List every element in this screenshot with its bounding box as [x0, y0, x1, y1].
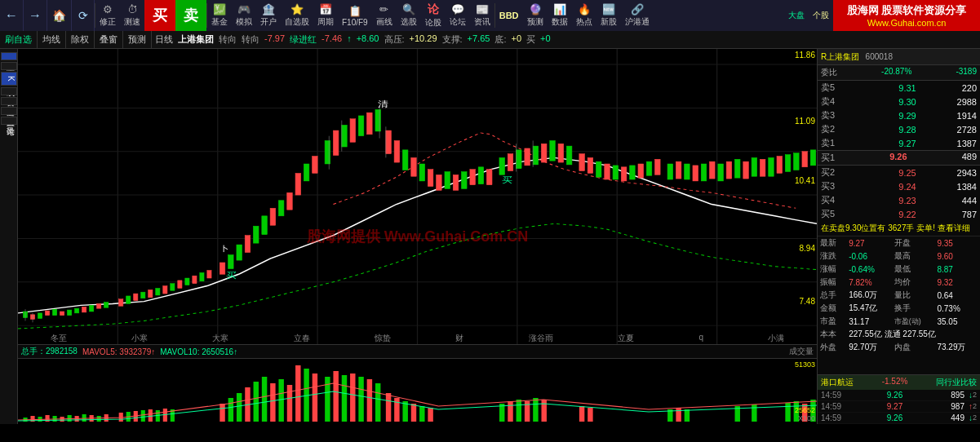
- bbd-button[interactable]: BBD: [495, 0, 523, 31]
- svg-rect-32: [163, 286, 167, 294]
- chart-area[interactable]: 股海网提供 Www.Guhai.Com.CN 11.86 11.09 10.41…: [18, 49, 817, 424]
- svg-rect-74: [525, 148, 530, 166]
- svg-rect-71: [499, 157, 504, 175]
- svg-rect-89: [655, 159, 660, 175]
- fund-button[interactable]: 💹基金: [207, 0, 232, 31]
- discuss-button[interactable]: 论论股: [421, 0, 446, 31]
- sell-button[interactable]: 卖: [175, 0, 206, 31]
- svg-rect-88: [646, 161, 651, 175]
- svg-rect-177: [752, 404, 756, 422]
- stat-row-2: 涨跌 -0.06 最高 9.60: [818, 250, 980, 263]
- svg-rect-25: [104, 303, 109, 308]
- svg-rect-167: [517, 400, 521, 422]
- market-button[interactable]: 大盘: [784, 0, 809, 31]
- info-val2: -7.46: [321, 33, 342, 46]
- bid-row-2: 买3 9.24 1384: [818, 179, 980, 193]
- svg-rect-24: [97, 303, 101, 308]
- back-button[interactable]: ←: [0, 0, 24, 31]
- svg-rect-22: [82, 307, 86, 312]
- svg-rect-70: [487, 170, 492, 185]
- sidebar-item-kline[interactable]: K线图: [1, 72, 17, 86]
- svg-rect-43: [254, 226, 259, 243]
- info-val3: +8.60: [357, 33, 379, 46]
- sidebar-item-timeshare[interactable]: 分时图: [1, 62, 17, 70]
- tab-predict2[interactable]: 预测: [123, 31, 152, 48]
- info-buy-val: +0: [540, 33, 551, 46]
- sidebar-item-funds[interactable]: 资金主力: [1, 107, 17, 115]
- svg-rect-98: [735, 159, 740, 178]
- info-bottom: 底:: [494, 33, 506, 46]
- svg-rect-154: [342, 375, 347, 422]
- svg-rect-106: [802, 152, 807, 167]
- f10-button[interactable]: 📋F10/F9: [338, 0, 372, 31]
- bid-row-1: 买2 9.25 2943: [818, 166, 980, 179]
- simulate-button[interactable]: 🎮模拟: [232, 0, 256, 31]
- trade-row-1: 14:59 9.26 895 ↓ 2: [818, 390, 980, 401]
- bid-row-4: 买5 9.22 787: [818, 207, 980, 221]
- info-period: 日线: [155, 33, 173, 46]
- hk-connect-button[interactable]: 🔗沪港通: [621, 0, 654, 31]
- svg-rect-28: [134, 294, 138, 301]
- svg-rect-149: [295, 365, 300, 422]
- sidebar-item-watchlist[interactable]: 自选股: [1, 97, 17, 105]
- hotspot-button[interactable]: 🔥热点: [572, 0, 596, 31]
- sidebar-item-discuss[interactable]: 牛叉讨论: [1, 117, 17, 125]
- tab-overlay[interactable]: 叠窗: [95, 31, 123, 48]
- tab-infobar[interactable]: 刷自选: [0, 31, 38, 48]
- svg-rect-142: [237, 393, 242, 422]
- svg-rect-169: [533, 398, 538, 422]
- stat-row-8: 本本 227.55亿 流通 227.55亿: [818, 328, 980, 341]
- svg-rect-86: [630, 166, 635, 179]
- period-button[interactable]: 📅周期: [313, 0, 338, 31]
- stock-stars: R上港集团: [821, 52, 859, 61]
- volume-area: 51303 25652 X100: [18, 359, 817, 424]
- home-button[interactable]: 🏠: [47, 0, 72, 31]
- tab-exright[interactable]: 除权: [66, 31, 95, 48]
- svg-rect-99: [743, 161, 748, 179]
- mavol10: MAVOL10: 2650516↑: [160, 347, 237, 356]
- buy-button[interactable]: 买: [144, 0, 175, 31]
- predict-button[interactable]: 🔮预测: [523, 0, 548, 31]
- svg-rect-160: [394, 398, 399, 422]
- news-button[interactable]: 📰资讯: [470, 0, 494, 31]
- individual-button[interactable]: 个股: [809, 0, 833, 31]
- tab-average[interactable]: 均线: [38, 31, 66, 48]
- fix-button[interactable]: ⚙ 修正: [95, 0, 120, 31]
- svg-rect-55: [358, 116, 363, 136]
- svg-rect-171: [579, 406, 584, 422]
- stock-header: R上港集团 600018: [818, 49, 980, 65]
- svg-rect-56: [367, 113, 372, 135]
- ask-table: 卖5 9.31 220 卖4 9.30 2988 卖3 9.29 1914 卖2…: [818, 81, 980, 150]
- svg-rect-153: [333, 371, 338, 422]
- stat-row-6: 金额 15.47亿 换手 0.73%: [818, 302, 980, 315]
- account-button[interactable]: 🏦开户: [256, 0, 281, 31]
- svg-rect-136: [149, 409, 153, 422]
- sidebar-item-stockinfo[interactable]: 个股资料: [1, 87, 17, 95]
- speed-button[interactable]: ⏱ 测速: [120, 0, 144, 31]
- svg-rect-18: [53, 309, 57, 316]
- refresh-button[interactable]: ⟳: [72, 0, 95, 31]
- svg-rect-128: [82, 414, 86, 422]
- svg-rect-104: [785, 155, 790, 172]
- forum-button[interactable]: 💬论坛: [446, 0, 470, 31]
- svg-rect-146: [270, 383, 275, 422]
- mavol5: MAVOL5: 3932379↑: [82, 347, 155, 356]
- sidebar-item-app[interactable]: 应用: [1, 52, 17, 60]
- svg-rect-82: [596, 161, 601, 177]
- draw-button[interactable]: ✏画线: [372, 0, 397, 31]
- select-button[interactable]: 🔍选股: [397, 0, 421, 31]
- svg-rect-54: [350, 119, 355, 143]
- svg-rect-147: [278, 379, 283, 422]
- data-button[interactable]: 📊数据: [548, 0, 572, 31]
- forward-button[interactable]: →: [24, 0, 47, 31]
- svg-text:清: 清: [378, 100, 388, 108]
- svg-rect-80: [579, 154, 584, 171]
- commit-ratio: -20.87%: [881, 67, 911, 78]
- watchlist-button[interactable]: ⭐自选股: [281, 0, 313, 31]
- svg-rect-16: [38, 313, 42, 319]
- svg-rect-33: [171, 284, 175, 291]
- industry-bar[interactable]: 港口航运 -1.52% 同行业比较: [818, 374, 980, 390]
- newstock-button[interactable]: 🆕新股: [596, 0, 621, 31]
- svg-rect-130: [97, 416, 101, 422]
- svg-rect-87: [638, 164, 643, 178]
